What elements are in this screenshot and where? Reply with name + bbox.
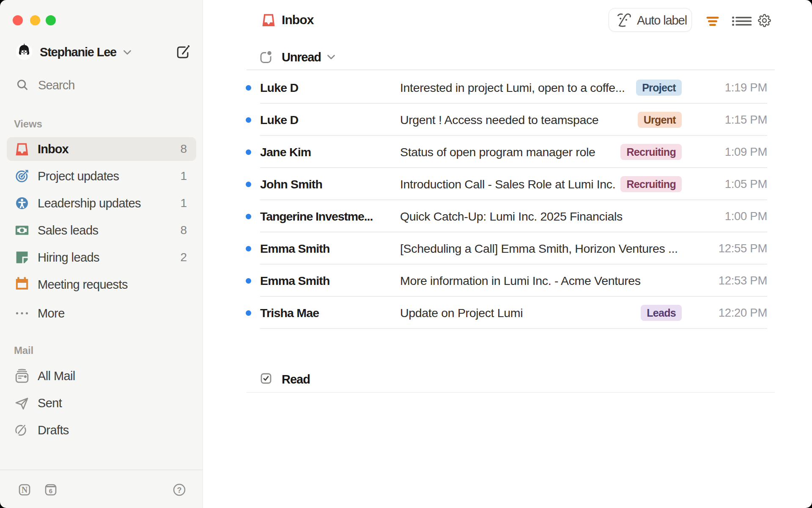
svg-text:N: N bbox=[22, 485, 28, 494]
svg-text:?: ? bbox=[177, 486, 182, 494]
svg-text:6: 6 bbox=[49, 487, 52, 494]
